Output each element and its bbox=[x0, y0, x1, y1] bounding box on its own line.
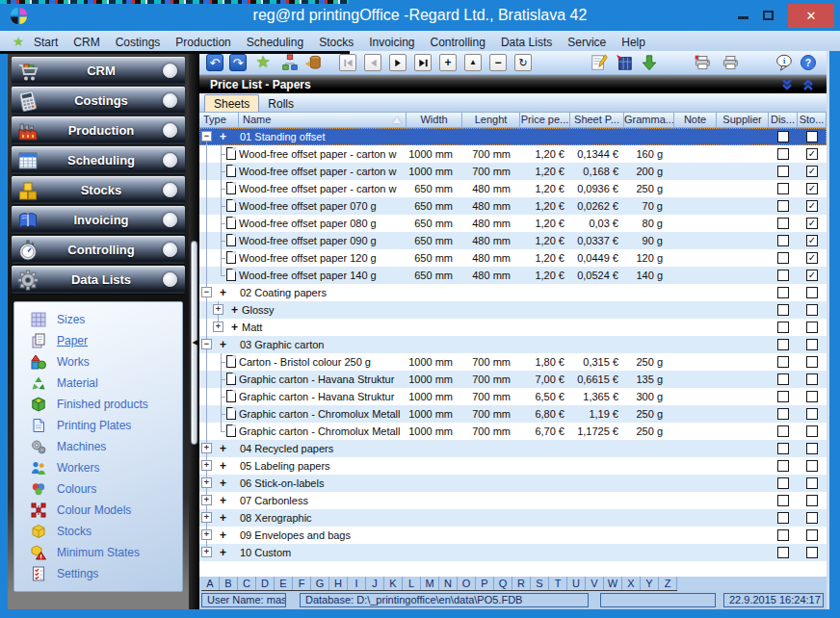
collapse-node-icon[interactable]: − bbox=[201, 339, 212, 349]
checkbox-stock[interactable] bbox=[806, 322, 818, 333]
info-icon[interactable]: i bbox=[774, 53, 794, 72]
alphabet-letter-f[interactable]: F bbox=[293, 577, 311, 590]
sidebar-item-stocks[interactable]: Stocks bbox=[14, 521, 182, 542]
expand-node-icon[interactable]: + bbox=[213, 304, 223, 315]
checkbox-stock[interactable]: ✓ bbox=[806, 183, 818, 194]
menu-item-costings[interactable]: Costings bbox=[108, 36, 169, 49]
checkbox-discontinued[interactable] bbox=[777, 252, 789, 264]
checkbox-discontinued[interactable] bbox=[777, 270, 789, 281]
table-row-group[interactable]: ++Glossy bbox=[199, 301, 827, 319]
table-row-group[interactable]: −+02 Coating papers bbox=[199, 284, 827, 301]
checkbox-discontinued[interactable] bbox=[777, 443, 789, 454]
table-row-item[interactable]: Wood-free offset paper 140 g650 mm480 mm… bbox=[199, 267, 827, 284]
expand-node-icon[interactable]: + bbox=[201, 460, 212, 471]
table-row-item[interactable]: Wood-free offset paper 090 g650 mm480 mm… bbox=[199, 232, 827, 249]
alphabet-letter-h[interactable]: H bbox=[329, 577, 348, 590]
table-row-item[interactable]: Carton - Bristol colour 250 g1000 mm700 … bbox=[199, 353, 827, 371]
sidebar-item-colour-models[interactable]: Colour Models bbox=[14, 500, 182, 521]
sidebar-item-colours[interactable]: Colours bbox=[14, 478, 182, 500]
checkbox-discontinued[interactable] bbox=[777, 131, 789, 142]
sidebar-item-paper[interactable]: Paper bbox=[14, 330, 182, 351]
alphabet-letter-w[interactable]: W bbox=[604, 577, 622, 590]
expand-node-icon[interactable]: + bbox=[201, 477, 212, 488]
menu-item-production[interactable]: Production bbox=[168, 36, 238, 49]
checkbox-discontinued[interactable] bbox=[777, 547, 789, 558]
sidebar-button-controlling[interactable]: Controlling bbox=[12, 236, 185, 264]
menu-item-data-lists[interactable]: Data Lists bbox=[493, 36, 560, 49]
expand-all-icon[interactable] bbox=[801, 78, 815, 91]
tab-sheets[interactable]: Sheets bbox=[204, 94, 259, 112]
column-header-supplier[interactable]: Supplier bbox=[717, 113, 769, 127]
table-row-item[interactable]: Graphic carton - Chromolux Metall1000 mm… bbox=[199, 423, 827, 440]
alphabet-letter-u[interactable]: U bbox=[567, 577, 586, 590]
table-row-group[interactable]: ++Matt bbox=[199, 319, 827, 336]
alphabet-letter-z[interactable]: Z bbox=[659, 577, 677, 590]
alphabet-letter-j[interactable]: J bbox=[366, 577, 384, 590]
sidebar-item-minimum-states[interactable]: Minimum States bbox=[14, 542, 182, 563]
table-row-group[interactable]: ++04 Recycled papers bbox=[199, 440, 827, 457]
checkbox-stock[interactable] bbox=[806, 408, 818, 420]
checkbox-discontinued[interactable] bbox=[777, 339, 789, 350]
sidebar-item-material[interactable]: Material bbox=[14, 373, 182, 394]
alphabet-letter-e[interactable]: E bbox=[275, 577, 293, 590]
alphabet-letter-c[interactable]: C bbox=[238, 577, 256, 590]
collapse-all-icon[interactable] bbox=[780, 78, 794, 91]
checkbox-discontinued[interactable] bbox=[777, 287, 789, 298]
table-row-group[interactable]: ++09 Envelopes and bags bbox=[199, 527, 827, 544]
sidebar-button-data-lists[interactable]: Data Lists bbox=[12, 266, 185, 294]
refresh-icon[interactable]: ↻ bbox=[514, 54, 532, 71]
insert-record-icon[interactable]: + bbox=[439, 54, 457, 71]
expand-node-icon[interactable]: + bbox=[201, 443, 212, 453]
alphabet-letter-a[interactable]: A bbox=[201, 577, 220, 590]
sidebar-item-workers[interactable]: Workers bbox=[14, 457, 182, 478]
checkbox-discontinued[interactable] bbox=[777, 529, 789, 541]
table-row-item[interactable]: Wood-free offset paper - carton w1000 mm… bbox=[199, 163, 827, 180]
collapse-left-icon[interactable]: ◀ bbox=[192, 338, 198, 348]
checkbox-stock[interactable]: ✓ bbox=[806, 235, 818, 246]
sidebar-button-crm[interactable]: CRM bbox=[12, 57, 185, 85]
checkbox-stock[interactable]: ✓ bbox=[806, 148, 818, 160]
expand-node-icon[interactable]: + bbox=[201, 529, 212, 540]
checkbox-stock[interactable] bbox=[806, 356, 818, 368]
column-header-sto[interactable]: Sto... bbox=[798, 113, 827, 127]
alphabet-letter-t[interactable]: T bbox=[549, 577, 567, 590]
alphabet-letter-n[interactable]: N bbox=[439, 577, 458, 590]
prior-record-icon[interactable] bbox=[364, 54, 381, 71]
last-record-icon[interactable] bbox=[414, 54, 432, 71]
sidebar-item-settings[interactable]: Settings bbox=[14, 563, 182, 584]
checkbox-discontinued[interactable] bbox=[777, 391, 789, 402]
table-row-group[interactable]: ++10 Custom bbox=[199, 544, 827, 561]
maximize-button[interactable] bbox=[755, 3, 780, 28]
column-header-gramma[interactable]: Gramma... bbox=[624, 113, 674, 127]
alphabet-letter-d[interactable]: D bbox=[256, 577, 275, 590]
sidebar-button-scheduling[interactable]: Scheduling bbox=[12, 146, 185, 174]
checkbox-discontinued[interactable] bbox=[777, 304, 789, 316]
tab-rolls[interactable]: Rolls bbox=[259, 95, 302, 112]
menu-item-crm[interactable]: CRM bbox=[66, 36, 107, 49]
checkbox-stock[interactable] bbox=[806, 495, 818, 506]
edit-record-icon[interactable]: ▲ bbox=[464, 54, 482, 71]
checkbox-discontinued[interactable] bbox=[777, 373, 789, 385]
expand-node-icon[interactable]: + bbox=[201, 547, 212, 557]
checkbox-stock[interactable] bbox=[806, 512, 818, 524]
checkbox-stock[interactable] bbox=[806, 443, 818, 454]
favorite-star-icon[interactable]: ★ bbox=[253, 53, 273, 72]
table-row-item[interactable]: Wood-free offset paper 070 g650 mm480 mm… bbox=[199, 197, 827, 215]
table-row-item[interactable]: Wood-free offset paper - carton w650 mm4… bbox=[199, 180, 827, 197]
column-header-name[interactable]: Name bbox=[239, 113, 407, 127]
splitter-handle[interactable]: ◀ bbox=[191, 241, 197, 445]
favorites-star-icon[interactable]: ★ bbox=[11, 34, 26, 49]
checkbox-discontinued[interactable] bbox=[777, 218, 789, 229]
database-export-icon[interactable] bbox=[303, 53, 323, 72]
table-row-group[interactable]: −+01 Standing offset bbox=[199, 128, 827, 145]
column-header-type[interactable]: Type bbox=[199, 113, 239, 127]
checkbox-discontinued[interactable] bbox=[777, 356, 789, 368]
column-header-note[interactable]: Note bbox=[674, 113, 717, 127]
sidebar-button-stocks[interactable]: Stocks bbox=[12, 176, 185, 204]
checkbox-stock[interactable]: ✓ bbox=[806, 200, 818, 212]
checkbox-stock[interactable]: ✓ bbox=[806, 166, 818, 177]
alphabet-letter-s[interactable]: S bbox=[531, 577, 549, 590]
column-header-width[interactable]: Width bbox=[407, 113, 462, 127]
column-header-price-pe[interactable]: Price pe... bbox=[520, 113, 570, 127]
sidebar-button-production[interactable]: Production bbox=[12, 116, 185, 144]
